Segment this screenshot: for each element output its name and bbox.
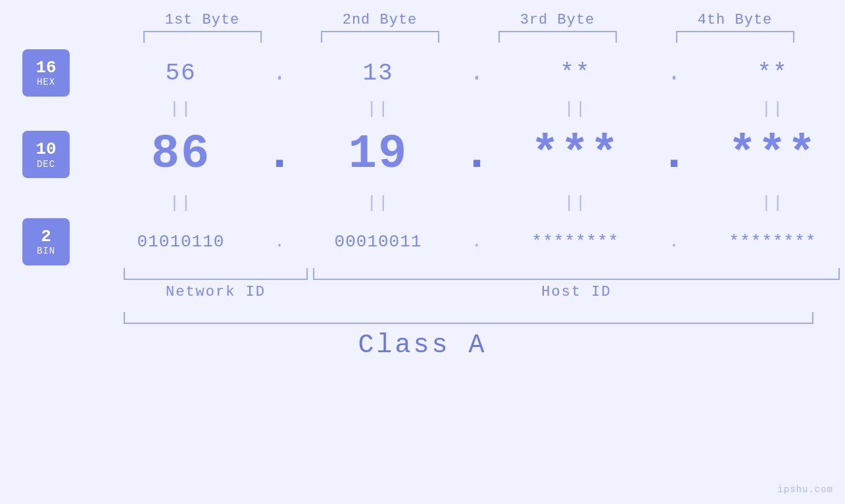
equals-cells-2: || || || ||	[92, 193, 845, 213]
bottom-brackets-row	[0, 268, 845, 280]
watermark: ipshu.com	[777, 484, 833, 495]
hex-value-2: 13	[289, 60, 467, 87]
hex-row: 16 HEX 56 . 13 . ** . **	[0, 49, 845, 97]
dec-badge-base: DEC	[37, 159, 55, 170]
host-id-label: Host ID	[313, 284, 840, 300]
class-label: Class A	[358, 331, 487, 360]
hex-badge-number: 16	[36, 58, 56, 78]
full-bracket-row	[0, 312, 845, 324]
byte-headers-row: 1st Byte 2nd Byte 3rd Byte 4th Byte	[0, 12, 845, 28]
bracket-top-3	[469, 31, 646, 43]
equals-sym-2-3: ||	[487, 193, 664, 213]
hex-value-1: 56	[92, 60, 270, 87]
dec-badge: 10 DEC	[22, 131, 70, 178]
dec-row: 10 DEC 86 . 19 . *** . ***	[0, 122, 845, 188]
hex-label-cell: 16 HEX	[0, 49, 92, 97]
hex-dot-1: .	[270, 60, 289, 87]
equals-cells-1: || || || ||	[92, 99, 845, 119]
bracket-top-2	[291, 31, 469, 43]
bin-value-3: ********	[487, 232, 664, 252]
top-brackets-row	[0, 31, 845, 43]
hex-cell-1: 56	[92, 60, 270, 87]
equals-cell-2-1: ||	[92, 193, 270, 213]
bin-cell-2: 00010011	[289, 232, 467, 252]
dec-dot-3: .	[664, 122, 684, 188]
bin-badge-base: BIN	[37, 246, 55, 256]
equals-cell-1-4: ||	[684, 99, 845, 119]
dec-value-1: 86	[92, 127, 270, 181]
top-bracket-visual-3	[498, 31, 617, 43]
dec-value-3: ***	[487, 127, 664, 181]
byte2-header: 2nd Byte	[291, 12, 469, 28]
equals-cell-1-2: ||	[289, 99, 467, 119]
bin-dot-2: .	[467, 232, 487, 252]
byte4-header: 4th Byte	[646, 12, 824, 28]
equals-sym-2-4: ||	[684, 193, 845, 213]
bin-badge: 2 BIN	[22, 218, 70, 265]
byte3-header: 3rd Byte	[469, 12, 646, 28]
network-id-label: Network ID	[124, 284, 308, 300]
hex-badge: 16 HEX	[22, 49, 70, 97]
equals-sym-1-3: ||	[487, 99, 664, 119]
bin-cell-1: 01010110	[92, 232, 270, 252]
equals-cell-2-2: ||	[289, 193, 467, 213]
hex-dot-3: .	[664, 60, 684, 87]
main-container: 1st Byte 2nd Byte 3rd Byte 4th Byte 16 H…	[0, 0, 845, 504]
bin-badge-number: 2	[41, 227, 51, 246]
bin-dot-3: .	[664, 232, 684, 252]
bin-cell-3: ********	[487, 232, 664, 252]
bin-value-1: 01010110	[92, 232, 270, 252]
dec-label-cell: 10 DEC	[0, 131, 92, 178]
equals-cell-2-4: ||	[684, 193, 845, 213]
hex-cell-4: **	[684, 60, 845, 87]
dec-dot-1: .	[270, 122, 289, 188]
bin-row: 2 BIN 01010110 . 00010011 . ******** . *…	[0, 218, 845, 265]
class-row: Class A	[0, 331, 845, 360]
hex-cell-2: 13	[289, 60, 467, 87]
equals-cell-2-3: ||	[487, 193, 664, 213]
equals-cell-1-3: ||	[487, 99, 664, 119]
bracket-top-4	[646, 31, 824, 43]
equals-sym-1-4: ||	[684, 99, 845, 119]
dec-value-4: ***	[684, 127, 845, 181]
network-bracket	[124, 268, 308, 280]
hex-cell-3: **	[487, 60, 664, 87]
equals-sym-1-1: ||	[92, 99, 270, 119]
dec-value-2: 19	[289, 127, 467, 181]
top-bracket-visual-4	[676, 31, 794, 43]
bin-values-row: 01010110 . 00010011 . ******** . *******…	[92, 232, 845, 252]
dec-cell-4: ***	[684, 122, 845, 188]
hex-value-3: **	[487, 60, 664, 87]
top-bracket-visual-1	[143, 31, 262, 43]
equals-cell-1-1: ||	[92, 99, 270, 119]
bracket-top-1	[114, 31, 291, 43]
equals-sym-2-1: ||	[92, 193, 270, 213]
equals-row-2: || || || ||	[0, 193, 845, 213]
host-bracket	[313, 268, 840, 280]
dec-cell-1: 86	[92, 122, 270, 188]
bin-dot-1: .	[270, 232, 289, 252]
bin-label-cell: 2 BIN	[0, 218, 92, 265]
equals-sym-1-2: ||	[289, 99, 467, 119]
id-labels-row: Network ID Host ID	[0, 284, 845, 300]
dec-cell-3: ***	[487, 122, 664, 188]
hex-value-4: **	[684, 60, 845, 87]
hex-dot-2: .	[467, 60, 487, 87]
top-bracket-visual-2	[321, 31, 439, 43]
equals-sym-2-2: ||	[289, 193, 467, 213]
hex-badge-base: HEX	[37, 77, 55, 87]
bin-value-2: 00010011	[289, 232, 467, 252]
dec-badge-number: 10	[36, 140, 56, 159]
byte1-header: 1st Byte	[114, 12, 291, 28]
bin-value-4: ********	[684, 232, 845, 252]
dec-dot-2: .	[467, 122, 487, 188]
dec-values-row: 86 . 19 . *** . ***	[92, 122, 845, 188]
equals-row-1: || || || ||	[0, 99, 845, 119]
hex-values-row: 56 . 13 . ** . **	[92, 60, 845, 87]
bin-cell-4: ********	[684, 232, 845, 252]
full-bracket	[124, 312, 813, 324]
dec-cell-2: 19	[289, 122, 467, 188]
